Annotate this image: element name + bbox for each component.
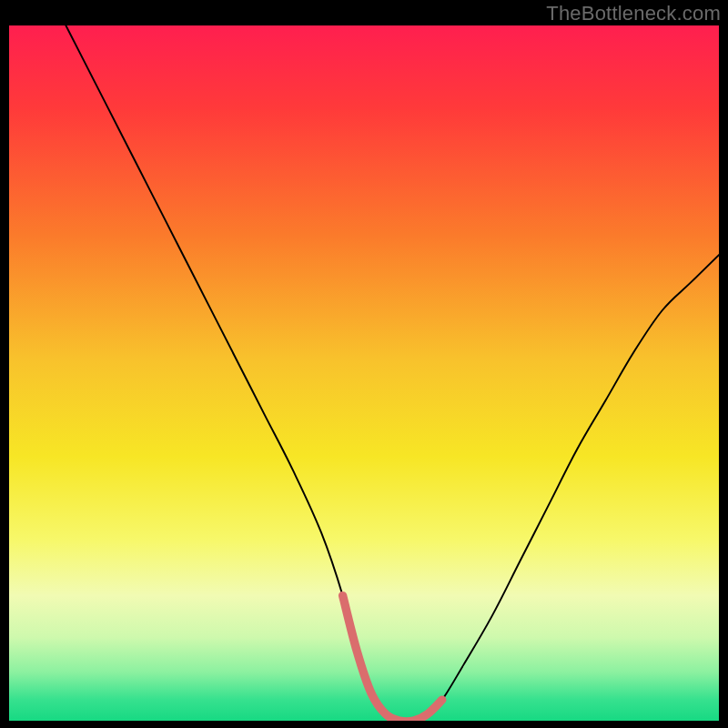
plot-area [9, 25, 719, 721]
watermark-text: TheBottleneck.com [546, 2, 721, 25]
bottleneck-curve [9, 25, 719, 721]
